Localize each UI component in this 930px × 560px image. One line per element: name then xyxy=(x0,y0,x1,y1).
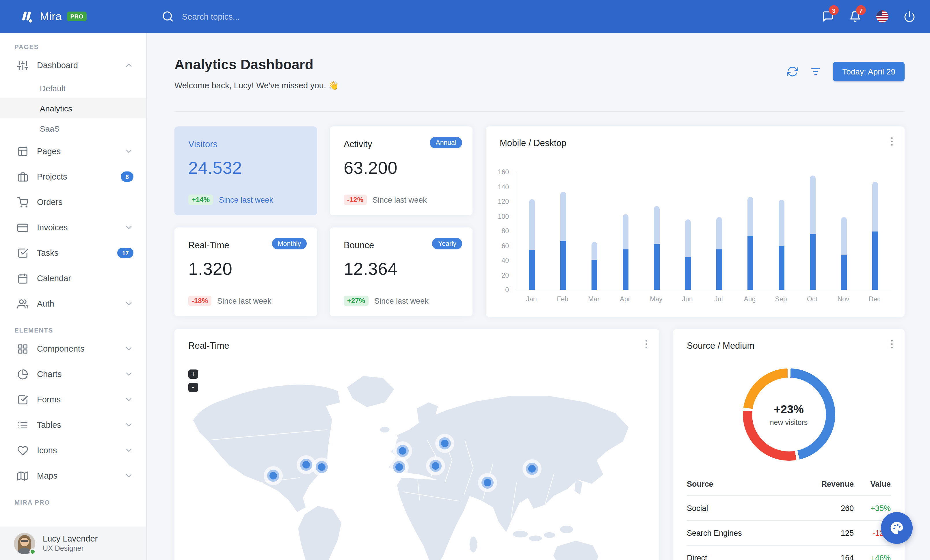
sidebar-item-charts[interactable]: Charts xyxy=(0,361,146,387)
bar-segment-mobile xyxy=(654,244,660,290)
app-root: Mira PRO 3 7 PAGESDashboardDefaul xyxy=(0,0,930,560)
period-pill-badge[interactable]: Annual xyxy=(430,137,462,148)
world-map[interactable] xyxy=(182,359,652,560)
source-cell: Direct xyxy=(687,553,790,560)
sidebar-item-maps[interactable]: Maps xyxy=(0,463,146,488)
brand[interactable]: Mira PRO xyxy=(0,9,147,24)
filter-icon[interactable] xyxy=(810,66,821,77)
bar-sep xyxy=(779,200,784,290)
sidebar-item-label: Orders xyxy=(37,198,134,207)
messages-button[interactable]: 3 xyxy=(815,0,842,33)
map-visitor-marker[interactable] xyxy=(482,477,494,489)
map-visitor-marker[interactable] xyxy=(439,437,451,450)
map-visitor-marker[interactable] xyxy=(393,461,405,473)
x-axis-tick-label: Jun xyxy=(682,296,693,302)
stat-title: Bounce xyxy=(344,240,374,250)
notifications-button[interactable]: 7 xyxy=(842,0,869,33)
brand-name: Mira xyxy=(40,10,62,23)
map-menu-kebab-icon[interactable] xyxy=(641,338,652,350)
sidebar-subitem-saas[interactable]: SaaS xyxy=(0,118,146,138)
messages-badge: 3 xyxy=(829,5,839,15)
chevron-down-icon xyxy=(124,370,134,379)
sidebar-item-calendar[interactable]: Calendar xyxy=(0,265,146,291)
date-range-button[interactable]: Today: April 29 xyxy=(833,62,905,81)
sidebar-item-icons[interactable]: Icons xyxy=(0,437,146,463)
sliders-icon xyxy=(17,60,28,71)
map-zoom-in-button[interactable]: + xyxy=(188,370,198,379)
header-actions: Today: April 29 xyxy=(787,62,905,81)
source-medium-card: Source / Medium +23% new visitors Source… xyxy=(673,329,905,560)
sidebar-user[interactable]: Lucy Lavender UX Designer xyxy=(0,526,146,560)
delta-badge: -12% xyxy=(344,195,367,205)
period-pill-badge[interactable]: Monthly xyxy=(272,238,307,249)
sidebar-item-label: Tables xyxy=(37,420,124,430)
sidebar-item-label: Charts xyxy=(37,370,124,379)
source-title: Source / Medium xyxy=(687,341,754,351)
sidebar-item-auth[interactable]: Auth xyxy=(0,291,146,316)
sidebar-count-badge: 17 xyxy=(117,248,134,258)
x-axis-tick-label: May xyxy=(650,296,662,302)
map-zoom-out-button[interactable]: - xyxy=(188,383,198,392)
refresh-icon[interactable] xyxy=(787,66,798,77)
y-axis-tick-label: 140 xyxy=(486,183,509,190)
sidebar-item-projects[interactable]: Projects8 xyxy=(0,164,146,189)
signout-button[interactable] xyxy=(896,0,923,33)
x-axis-tick-label: Nov xyxy=(838,296,850,302)
period-pill-badge[interactable]: Yearly xyxy=(433,238,462,249)
column-header: Revenue xyxy=(790,479,854,488)
source-cell: Search Engines xyxy=(687,529,790,537)
stat-title: Visitors xyxy=(188,139,217,150)
briefcase-icon xyxy=(17,171,28,182)
sidebar-item-tables[interactable]: Tables xyxy=(0,412,146,437)
sidebar-item-forms[interactable]: Forms xyxy=(0,387,146,412)
map-visitor-marker[interactable] xyxy=(300,459,312,471)
bar-segment-desktop xyxy=(685,219,691,256)
map-visitor-marker[interactable] xyxy=(430,460,442,472)
sidebar-item-label: Maps xyxy=(37,471,124,480)
sidebar-item-label: Tasks xyxy=(37,248,117,258)
chart-menu-kebab-icon[interactable] xyxy=(886,136,898,147)
sidebar-nav: PAGESDashboardDefaultAnalyticsSaaSPagesP… xyxy=(0,43,146,506)
sidebar-subitem-analytics[interactable]: Analytics xyxy=(0,98,146,118)
value-cell: +46% xyxy=(854,553,891,560)
bar-nov xyxy=(841,217,847,290)
x-axis-tick-label: Jul xyxy=(714,296,723,302)
stat-footer: +27%Since last week xyxy=(344,296,429,306)
mira-logo-icon xyxy=(19,9,34,24)
donut-center-label: new visitors xyxy=(770,418,808,427)
theme-settings-button[interactable] xyxy=(881,512,913,544)
language-button[interactable] xyxy=(869,0,896,33)
sidebar-count-badge: 8 xyxy=(121,172,134,182)
x-axis-tick-label: Feb xyxy=(557,296,568,302)
revenue-cell: 164 xyxy=(790,553,854,560)
bar-segment-mobile xyxy=(747,236,753,290)
revenue-cell: 125 xyxy=(790,529,854,537)
heart-icon xyxy=(17,445,28,456)
sidebar-item-components[interactable]: Components xyxy=(0,336,146,361)
sidebar-item-orders[interactable]: Orders xyxy=(0,189,146,215)
sidebar-item-tasks[interactable]: Tasks17 xyxy=(0,240,146,265)
stat-title: Real-Time xyxy=(188,240,229,250)
sidebar-item-dashboard[interactable]: Dashboard xyxy=(0,52,146,78)
sidebar-item-invoices[interactable]: Invoices xyxy=(0,215,146,240)
map-visitor-marker[interactable] xyxy=(267,469,279,482)
bar-may xyxy=(654,206,660,290)
stat-footer: +14%Since last week xyxy=(188,195,273,205)
sidebar-subitem-default[interactable]: Default xyxy=(0,78,146,98)
stat-value: 1.320 xyxy=(188,259,232,279)
sidebar-item-label: Dashboard xyxy=(37,61,124,70)
grid-icon xyxy=(17,343,28,354)
credit-card-icon xyxy=(17,222,28,233)
stat-card-bounce: BounceYearly12.364+27%Since last week xyxy=(330,227,473,316)
search-input[interactable] xyxy=(181,11,316,21)
search-icon xyxy=(162,11,174,23)
y-axis-tick-label: 0 xyxy=(486,286,509,293)
sidebar-item-pages[interactable]: Pages xyxy=(0,138,146,164)
us-flag-icon xyxy=(876,11,888,23)
source-table-header: SourceRevenueValue xyxy=(687,472,891,496)
map-visitor-marker[interactable] xyxy=(397,445,409,457)
power-icon xyxy=(904,11,916,23)
map-visitor-marker[interactable] xyxy=(526,462,538,474)
source-menu-kebab-icon[interactable] xyxy=(886,338,898,350)
map-visitor-marker[interactable] xyxy=(316,461,328,473)
